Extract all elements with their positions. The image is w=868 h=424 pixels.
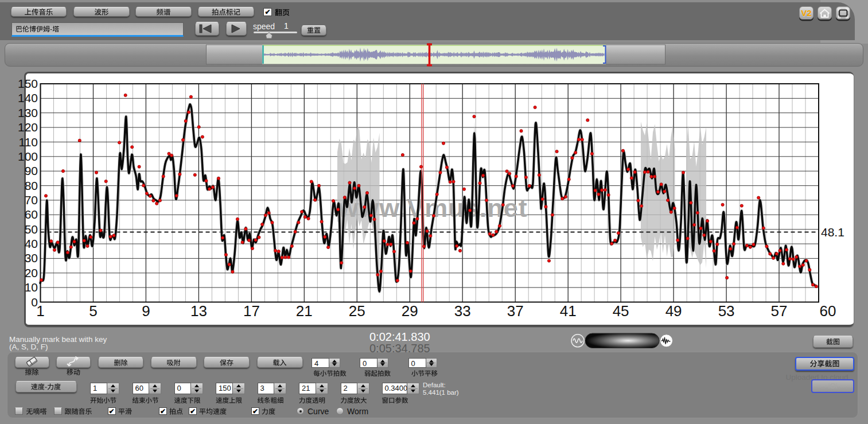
svg-text:21: 21 xyxy=(296,302,313,320)
svg-text:48.1: 48.1 xyxy=(821,225,844,239)
svg-text:17: 17 xyxy=(243,302,260,320)
svg-text:53: 53 xyxy=(718,302,735,320)
svg-text:100: 100 xyxy=(18,150,38,163)
svg-text:70: 70 xyxy=(25,193,38,207)
svg-text:60: 60 xyxy=(25,208,38,221)
svg-text:29: 29 xyxy=(402,302,418,320)
svg-text:80: 80 xyxy=(25,179,38,192)
svg-text:37: 37 xyxy=(507,302,524,320)
svg-text:45: 45 xyxy=(613,302,629,320)
svg-text:33: 33 xyxy=(454,302,471,320)
svg-text:10: 10 xyxy=(25,281,38,294)
svg-text:49: 49 xyxy=(665,302,682,320)
svg-text:150: 150 xyxy=(18,77,38,90)
svg-text:25: 25 xyxy=(349,302,365,320)
svg-text:90: 90 xyxy=(25,164,38,177)
svg-text:60: 60 xyxy=(820,302,836,320)
svg-text:130: 130 xyxy=(18,106,38,119)
svg-text:40: 40 xyxy=(25,237,38,250)
svg-text:5: 5 xyxy=(89,302,97,320)
svg-text:120: 120 xyxy=(18,120,38,134)
svg-text:9: 9 xyxy=(142,302,150,320)
svg-text:30: 30 xyxy=(25,251,38,264)
svg-text:41: 41 xyxy=(560,302,577,320)
svg-text:1: 1 xyxy=(36,302,44,320)
svg-text:50: 50 xyxy=(25,223,38,236)
svg-text:140: 140 xyxy=(18,91,38,104)
svg-text:57: 57 xyxy=(771,302,788,320)
svg-text:110: 110 xyxy=(19,135,38,149)
svg-text:20: 20 xyxy=(25,266,38,279)
svg-text:13: 13 xyxy=(190,302,207,320)
